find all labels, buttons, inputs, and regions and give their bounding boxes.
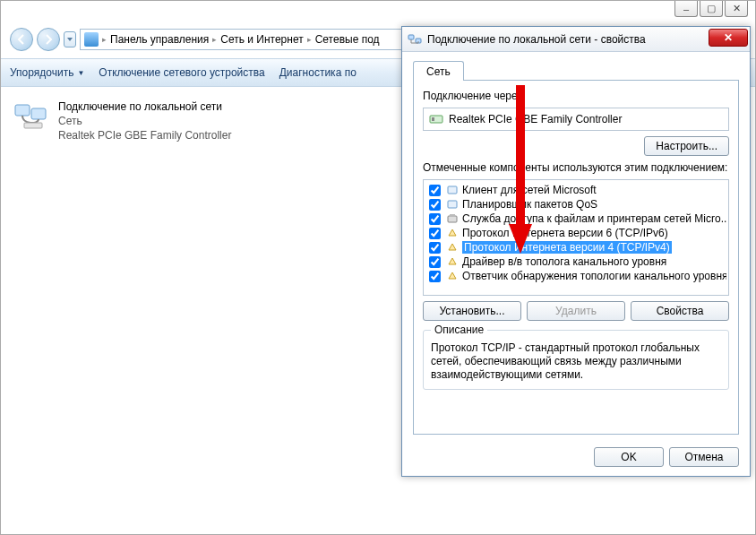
component-icon <box>446 184 459 196</box>
component-icon <box>446 241 459 254</box>
description-group: Описание Протокол TCP/IP - стандартный п… <box>423 330 729 390</box>
dialog-close-button[interactable]: ✕ <box>709 29 748 47</box>
remove-button: Удалить <box>527 301 625 321</box>
component-label: Служба доступа к файлам и принтерам сете… <box>462 212 726 225</box>
component-item[interactable]: Клиент для сетей Microsoft <box>425 183 726 197</box>
window-controls: – ▢ ✕ <box>674 1 748 17</box>
components-label: Отмеченные компоненты используются этим … <box>423 161 729 174</box>
svg-rect-6 <box>432 117 434 121</box>
svg-rect-8 <box>448 201 457 208</box>
breadcrumb-item[interactable]: Панель управления <box>110 33 209 46</box>
component-checkbox[interactable] <box>429 242 441 254</box>
diagnose-button[interactable]: Диагностика по <box>279 66 357 79</box>
network-adapter-icon <box>13 99 51 132</box>
component-checkbox[interactable] <box>429 256 441 268</box>
connection-title: Подключение по локальной сети <box>58 99 231 114</box>
nav-back-button[interactable] <box>10 28 33 51</box>
close-button[interactable]: ✕ <box>725 1 748 17</box>
breadcrumb-item[interactable]: Сеть и Интернет <box>220 33 303 46</box>
svg-rect-9 <box>448 216 457 222</box>
tab-strip: Сеть <box>413 61 739 80</box>
chevron-right-icon: ▸ <box>102 35 107 44</box>
component-checkbox[interactable] <box>429 271 441 282</box>
organize-label: Упорядочить <box>10 66 73 79</box>
chevron-right-icon: ▸ <box>212 35 217 44</box>
component-buttons: Установить... Удалить Свойства <box>423 301 729 321</box>
component-item[interactable]: Служба доступа к файлам и принтерам сете… <box>425 211 726 226</box>
component-label: Драйвер в/в тополога канального уровня <box>462 255 666 268</box>
cancel-button[interactable]: Отмена <box>669 447 739 467</box>
connect-via-label: Подключение через: <box>423 90 729 102</box>
description-legend: Описание <box>431 324 487 336</box>
component-icon <box>446 212 459 225</box>
component-label: Протокол Интернета версии 4 (TCP/IPv4) <box>462 241 672 254</box>
tab-panel-network: Подключение через: Realtek PCIe GBE Fami… <box>413 80 739 435</box>
component-label: Клиент для сетей Microsoft <box>462 184 597 196</box>
nav-forward-button[interactable] <box>37 28 60 51</box>
connection-adapter: Realtek PCIe GBE Family Controller <box>58 128 231 142</box>
component-label: Планировщик пакетов QoS <box>462 198 597 211</box>
component-icon <box>446 198 459 211</box>
component-item[interactable]: Протокол Интернета версии 4 (TCP/IPv4) <box>425 240 726 255</box>
nav-history-dropdown[interactable] <box>64 31 76 47</box>
dialog-body: Сеть Подключение через: Realtek PCIe GBE… <box>402 52 750 440</box>
properties-button[interactable]: Свойства <box>631 301 729 321</box>
component-icon <box>446 227 459 239</box>
minimize-button[interactable]: – <box>674 1 698 17</box>
disable-device-button[interactable]: Отключение сетевого устройства <box>99 66 264 79</box>
component-item[interactable]: Протокол Интернета версии 6 (TCP/IPv6) <box>425 226 726 240</box>
dialog-titlebar[interactable]: Подключение по локальной сети - свойства… <box>402 27 750 52</box>
properties-dialog: Подключение по локальной сети - свойства… <box>401 26 751 477</box>
component-checkbox[interactable] <box>429 213 441 225</box>
component-item[interactable]: Планировщик пакетов QoS <box>425 197 726 211</box>
dialog-footer: OK Отмена <box>402 440 750 476</box>
configure-button[interactable]: Настроить... <box>644 136 729 156</box>
install-button[interactable]: Установить... <box>423 301 521 321</box>
adapter-name: Realtek PCIe GBE Family Controller <box>449 113 622 125</box>
connection-network: Сеть <box>58 114 231 128</box>
svg-rect-7 <box>448 186 457 194</box>
maximize-button[interactable]: ▢ <box>700 1 723 17</box>
network-icon <box>408 32 422 47</box>
connection-text: Подключение по локальной сети Сеть Realt… <box>58 99 231 142</box>
chevron-right-icon: ▸ <box>307 35 312 44</box>
tab-network[interactable]: Сеть <box>413 61 464 81</box>
svg-rect-0 <box>15 105 30 116</box>
svg-rect-3 <box>408 35 414 39</box>
breadcrumb-item[interactable]: Сетевые под <box>315 33 380 46</box>
adapter-icon <box>429 113 443 125</box>
organize-menu[interactable]: Упорядочить ▼ <box>10 66 84 79</box>
svg-rect-10 <box>450 214 455 217</box>
svg-rect-2 <box>24 123 42 128</box>
description-text: Протокол TCP/IP - стандартный протокол г… <box>431 341 721 382</box>
svg-rect-1 <box>31 108 46 119</box>
component-label: Ответчик обнаружения топологии канальног… <box>462 270 726 282</box>
ok-button[interactable]: OK <box>594 447 664 467</box>
component-icon <box>446 255 459 268</box>
chevron-down-icon: ▼ <box>77 69 84 77</box>
component-label: Протокол Интернета версии 6 (TCP/IPv6) <box>462 227 668 239</box>
component-checkbox[interactable] <box>429 199 441 211</box>
components-list[interactable]: Клиент для сетей MicrosoftПланировщик па… <box>423 179 729 296</box>
component-item[interactable]: Ответчик обнаружения топологии канальног… <box>425 269 726 283</box>
component-checkbox[interactable] <box>429 185 441 196</box>
network-center-icon <box>84 32 99 47</box>
dialog-title: Подключение по локальной сети - свойства <box>427 33 646 46</box>
adapter-box[interactable]: Realtek PCIe GBE Family Controller <box>423 108 729 131</box>
component-checkbox[interactable] <box>429 228 441 239</box>
component-item[interactable]: Драйвер в/в тополога канального уровня <box>425 255 726 269</box>
component-icon <box>446 270 459 282</box>
